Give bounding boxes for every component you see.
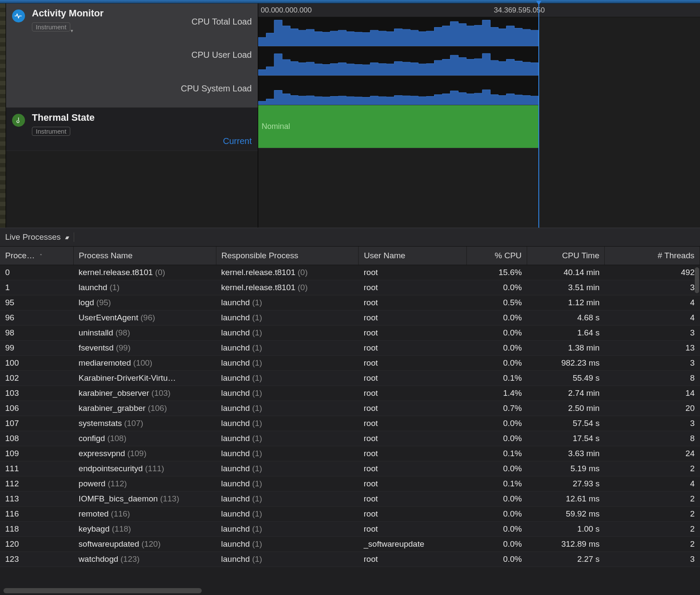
cell-responsible: launchd (1) — [216, 446, 359, 461]
col-pid[interactable]: Proce… ˄ — [0, 247, 73, 265]
col-user-name[interactable]: User Name — [359, 247, 467, 265]
cell-process-name: keybagd (118) — [73, 522, 216, 537]
playhead[interactable] — [538, 3, 539, 228]
cell-cpu: 0.0% — [466, 310, 527, 326]
cell-user: root — [359, 401, 467, 416]
cell-pid: 107 — [0, 416, 73, 431]
cell-user: root — [359, 386, 467, 401]
process-table: Proce… ˄ Process Name Responsible Proces… — [0, 247, 700, 567]
instrument-thermal-state[interactable]: Thermal State Instrument Current — [6, 108, 258, 151]
thermal-state-text: Nominal — [262, 122, 290, 131]
cell-responsible: launchd (1) — [216, 371, 359, 386]
cell-responsible: launchd (1) — [216, 341, 359, 356]
cell-cpu: 0.1% — [466, 446, 527, 461]
instrument-badge[interactable]: Instrument — [32, 127, 70, 136]
cell-user: root — [359, 280, 467, 295]
cell-time: 3.63 min — [527, 446, 605, 461]
table-row[interactable]: 102Karabiner-DriverKit-Virtu… launchd (1… — [0, 371, 700, 386]
cell-cpu: 0.0% — [466, 280, 527, 295]
table-row[interactable]: 103karabiner_observer (103)launchd (1)ro… — [0, 386, 700, 401]
instrument-badge[interactable]: Instrument ▾ — [32, 22, 70, 31]
col-pid-label: Proce… — [5, 251, 35, 260]
cell-cpu: 0.0% — [466, 356, 527, 371]
cell-responsible: launchd (1) — [216, 552, 359, 567]
col-process-name[interactable]: Process Name — [73, 247, 216, 265]
table-row[interactable]: 109expressvpnd (109)launchd (1)root0.1%3… — [0, 446, 700, 461]
cell-cpu: 0.1% — [466, 476, 527, 492]
table-row[interactable]: 1launchd (1)kernel.release.t8101 (0)root… — [0, 280, 700, 295]
table-row[interactable]: 96UserEventAgent (96)launchd (1)root0.0%… — [0, 310, 700, 326]
cell-pid: 106 — [0, 401, 73, 416]
cell-time: 312.89 ms — [527, 537, 605, 552]
cell-user: root — [359, 341, 467, 356]
cell-pid: 98 — [0, 326, 73, 341]
table-row[interactable]: 113IOMFB_bics_daemon (113)launchd (1)roo… — [0, 492, 700, 507]
lane-label-user: CPU User Load — [181, 50, 252, 60]
cell-responsible: launchd (1) — [216, 386, 359, 401]
col-responsible[interactable]: Responsible Process — [216, 247, 359, 265]
table-row[interactable]: 99fseventsd (99)launchd (1)root0.0%1.38 … — [0, 341, 700, 356]
cell-threads: 492 — [605, 265, 700, 280]
cell-process-name: configd (108) — [73, 431, 216, 446]
cpu-total-lane — [258, 17, 538, 47]
col-cpu[interactable]: % CPU — [466, 247, 527, 265]
cell-process-name: karabiner_observer (103) — [73, 386, 216, 401]
cell-user: root — [359, 371, 467, 386]
cell-process-name: expressvpnd (109) — [73, 446, 216, 461]
process-table-wrap: Proce… ˄ Process Name Responsible Proces… — [0, 247, 700, 595]
cell-process-name: launchd (1) — [73, 280, 216, 295]
left-gutter — [0, 3, 6, 228]
table-row[interactable]: 108configd (108)launchd (1)root0.0%17.54… — [0, 431, 700, 446]
cell-process-name: logd (95) — [73, 295, 216, 310]
table-row[interactable]: 95logd (95)launchd (1)root0.5%1.12 min4 — [0, 295, 700, 310]
live-processes-dropdown[interactable]: Live Processes ▴▾ — [5, 232, 74, 242]
time-ruler[interactable]: 00.000.000.000 34.369.595.050 — [258, 3, 700, 17]
table-row[interactable]: 0kernel.release.t8101 (0)kernel.release.… — [0, 265, 700, 280]
table-row[interactable]: 106karabiner_grabber (106)launchd (1)roo… — [0, 401, 700, 416]
cell-time: 4.68 s — [527, 310, 605, 326]
cell-responsible: launchd (1) — [216, 295, 359, 310]
ruler-start: 00.000.000.000 — [261, 6, 312, 15]
table-row[interactable]: 120softwareupdated (120)launchd (1)_soft… — [0, 537, 700, 552]
table-row[interactable]: 123watchdogd (123)launchd (1)root0.0%2.2… — [0, 552, 700, 567]
table-row[interactable]: 100mediaremoted (100)launchd (1)root0.0%… — [0, 356, 700, 371]
cell-pid: 99 — [0, 341, 73, 356]
table-row[interactable]: 107systemstats (107)launchd (1)root0.0%5… — [0, 416, 700, 431]
col-threads[interactable]: # Threads — [605, 247, 700, 265]
cell-responsible: launchd (1) — [216, 356, 359, 371]
cell-time: 17.54 s — [527, 431, 605, 446]
timeline-graph-column[interactable]: 00.000.000.000 34.369.595.050 Nominal — [258, 3, 700, 228]
cell-user: root — [359, 431, 467, 446]
table-row[interactable]: 98uninstalld (98)launchd (1)root0.0%1.64… — [0, 326, 700, 341]
cell-process-name: remoted (116) — [73, 507, 216, 522]
cell-threads: 4 — [605, 295, 700, 310]
cell-pid: 0 — [0, 265, 73, 280]
instrument-headers: Activity Monitor Instrument ▾ CPU Total … — [6, 3, 258, 228]
vertical-scrollbar[interactable] — [695, 267, 699, 293]
table-row[interactable]: 116remoted (116)launchd (1)root0.0%59.92… — [0, 507, 700, 522]
cell-pid: 116 — [0, 507, 73, 522]
cell-pid: 95 — [0, 295, 73, 310]
cell-user: _softwareupdate — [359, 537, 467, 552]
cell-time: 55.49 s — [527, 371, 605, 386]
sort-asc-icon: ˄ — [40, 254, 42, 260]
cell-cpu: 0.0% — [466, 537, 527, 552]
thermal-lane: Nominal — [258, 105, 538, 148]
horizontal-scrollbar[interactable] — [3, 588, 202, 593]
filter-bar: Live Processes ▴▾ — [0, 228, 700, 247]
cell-cpu: 15.6% — [466, 265, 527, 280]
cell-cpu: 0.1% — [466, 371, 527, 386]
cell-time: 1.12 min — [527, 295, 605, 310]
table-row[interactable]: 112powerd (112)launchd (1)root0.1%27.93 … — [0, 476, 700, 492]
table-row[interactable]: 118keybagd (118)launchd (1)root0.0%1.00 … — [0, 522, 700, 537]
cell-responsible: launchd (1) — [216, 310, 359, 326]
cell-threads: 3 — [605, 552, 700, 567]
cell-process-name: softwareupdated (120) — [73, 537, 216, 552]
col-cpu-time[interactable]: CPU Time — [527, 247, 605, 265]
table-row[interactable]: 111endpointsecurityd (111)launchd (1)roo… — [0, 461, 700, 476]
cell-responsible: launchd (1) — [216, 326, 359, 341]
cell-time: 2.50 min — [527, 401, 605, 416]
cell-threads: 8 — [605, 371, 700, 386]
instrument-activity-monitor[interactable]: Activity Monitor Instrument ▾ CPU Total … — [6, 3, 258, 108]
cell-time: 5.19 ms — [527, 461, 605, 476]
